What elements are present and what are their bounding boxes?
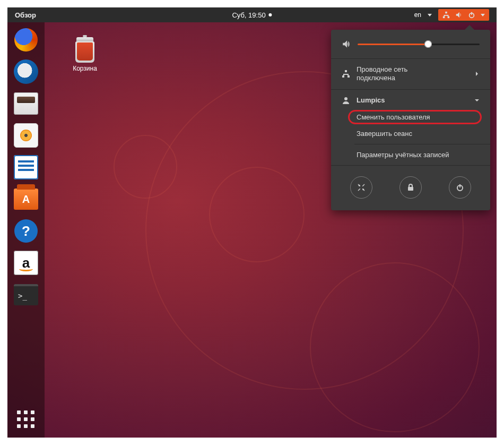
thunderbird-icon (14, 59, 38, 84)
dock-app-ubuntu-software[interactable]: A (13, 186, 39, 212)
separator (331, 89, 490, 90)
wallpaper-decoration (114, 135, 177, 199)
svg-rect-4 (471, 12, 472, 15)
svg-point-9 (358, 184, 360, 186)
terminal-icon: >_ (14, 284, 38, 305)
power-icon (468, 11, 475, 19)
input-language-caret-icon (428, 14, 432, 16)
show-applications-button[interactable] (15, 409, 37, 430)
network-wired-icon (342, 70, 350, 78)
logout-menu-item[interactable]: Завершить сеанс (331, 125, 490, 142)
user-name-label: Lumpics (357, 96, 385, 104)
dock-app-firefox[interactable] (13, 27, 39, 53)
wallpaper-decoration (209, 167, 305, 262)
software-center-icon: A (14, 189, 38, 210)
top-bar: Обзор Суб, 19:50 en (7, 7, 497, 22)
dock-app-libreoffice-writer[interactable] (13, 154, 39, 181)
separator (331, 165, 490, 166)
volume-slider-fill (358, 44, 428, 45)
power-icon (456, 183, 464, 192)
writer-icon (14, 155, 38, 179)
dock-app-thunderbird[interactable] (13, 58, 39, 85)
svg-rect-2 (448, 16, 450, 19)
volume-row (331, 37, 490, 56)
switch-user-menu-item[interactable]: Сменить пользователя (331, 109, 490, 125)
network-wired-icon (442, 11, 450, 19)
switch-user-label: Сменить пользователя (357, 113, 430, 121)
desktop-screen: Обзор Суб, 19:50 en A ? a >_ (7, 7, 497, 438)
svg-rect-6 (342, 75, 344, 78)
dock-app-terminal[interactable]: >_ (13, 281, 39, 308)
volume-icon (342, 39, 351, 49)
chevron-down-icon (474, 98, 480, 103)
svg-rect-11 (408, 187, 413, 191)
clock-text: Суб, 19:50 (232, 11, 265, 19)
network-label: Проводное сеть подключена (357, 65, 407, 83)
account-settings-menu-item[interactable]: Параметры учётных записей (331, 147, 490, 163)
settings-icon (357, 183, 366, 192)
activities-button[interactable]: Обзор (7, 11, 44, 19)
dock-app-amazon[interactable]: a (13, 250, 39, 276)
notifications-dot-icon (269, 13, 272, 16)
dock-app-rhythmbox[interactable] (13, 122, 39, 149)
system-menu-popover: Проводное сеть подключена Lumpics Сменит… (331, 30, 490, 210)
desktop-icon-trash[interactable]: Корзина (66, 37, 104, 72)
help-icon: ? (14, 219, 38, 243)
firefox-icon (14, 28, 38, 52)
svg-rect-1 (443, 16, 445, 19)
chevron-right-icon (474, 71, 480, 76)
lock-button[interactable] (399, 176, 422, 199)
system-tray: en (414, 9, 497, 21)
input-language-indicator[interactable]: en (414, 11, 421, 19)
system-status-area[interactable] (438, 9, 489, 21)
dock-app-help[interactable]: ? (13, 218, 39, 244)
svg-point-8 (344, 97, 347, 100)
svg-point-10 (362, 189, 364, 190)
svg-rect-5 (345, 70, 347, 72)
dock: A ? a >_ (7, 22, 45, 438)
lock-icon (406, 183, 415, 192)
logout-label: Завершить сеанс (357, 130, 412, 138)
volume-slider-thumb[interactable] (424, 40, 432, 48)
svg-rect-13 (459, 184, 460, 187)
trash-icon (73, 37, 97, 63)
chevron-down-icon (481, 14, 485, 16)
volume-icon (455, 11, 463, 19)
dock-app-files[interactable] (13, 90, 39, 117)
files-icon (14, 92, 38, 115)
wallpaper-decoration (310, 262, 480, 432)
account-settings-label: Параметры учётных записей (357, 151, 449, 159)
trash-label: Корзина (66, 65, 104, 72)
settings-button[interactable] (350, 176, 372, 199)
svg-rect-0 (445, 12, 447, 14)
music-icon (14, 123, 38, 148)
action-buttons-row (331, 168, 490, 201)
clock[interactable]: Суб, 19:50 (232, 11, 272, 19)
user-icon (342, 96, 350, 105)
svg-rect-7 (347, 75, 350, 78)
power-button[interactable] (449, 176, 471, 199)
volume-slider[interactable] (358, 44, 480, 45)
network-menu-item[interactable]: Проводное сеть подключена (331, 61, 490, 87)
user-menu-item[interactable]: Lumpics (331, 92, 490, 109)
amazon-icon: a (14, 251, 38, 275)
separator (331, 58, 490, 59)
separator (354, 144, 490, 144)
